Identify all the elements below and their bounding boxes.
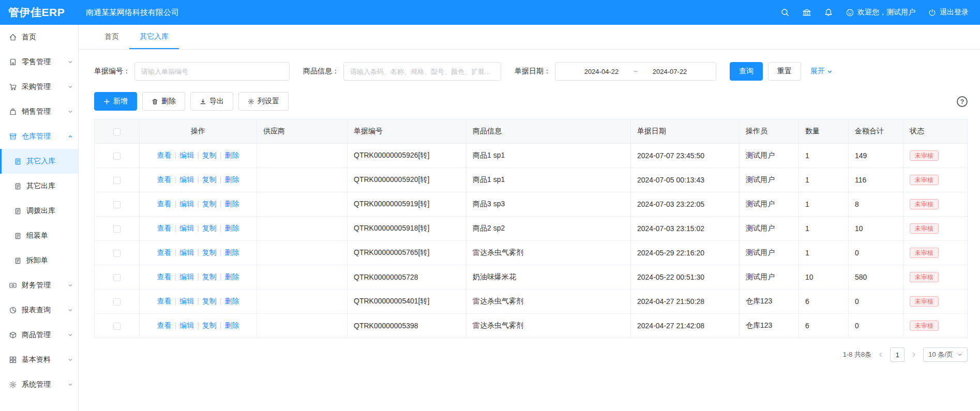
- logout-button[interactable]: 退出登录: [928, 8, 969, 17]
- welcome-user[interactable]: 欢迎您，测试用户: [846, 8, 915, 17]
- date-to-input[interactable]: [641, 68, 699, 75]
- tab-other-inbound[interactable]: 其它入库: [129, 25, 179, 49]
- sidebar-subitem-assembly[interactable]: 组装单: [0, 223, 78, 248]
- bill-no-cell: QTRK00000005398: [348, 314, 466, 338]
- date-cell: 2024-07-03 23:22:05: [631, 192, 740, 217]
- link-separator: |: [175, 272, 177, 281]
- chevron-down-icon: [957, 352, 962, 357]
- edit-link[interactable]: 编辑: [179, 200, 194, 208]
- bank-icon[interactable]: [802, 8, 811, 17]
- row-checkbox[interactable]: [113, 274, 120, 281]
- view-link[interactable]: 查看: [157, 224, 172, 232]
- delete-link[interactable]: 删除: [224, 151, 239, 159]
- row-checkbox[interactable]: [113, 323, 120, 330]
- view-link[interactable]: 查看: [157, 175, 172, 184]
- col-qty: 数量: [799, 119, 849, 144]
- sidebar-item-reports[interactable]: 报表查询: [0, 298, 78, 323]
- copy-link[interactable]: 复制: [202, 248, 217, 256]
- qty-cell: 1: [799, 168, 849, 192]
- copy-link[interactable]: 复制: [202, 321, 217, 329]
- row-checkbox[interactable]: [113, 153, 120, 160]
- qty-cell: 6: [799, 290, 849, 314]
- link-separator: |: [220, 321, 222, 329]
- page-size-value: 10 条/页: [928, 350, 953, 359]
- sidebar-item-system[interactable]: 系统管理: [0, 372, 78, 397]
- view-link[interactable]: 查看: [157, 321, 172, 329]
- help-icon[interactable]: ?: [957, 96, 968, 107]
- date-from-input[interactable]: [572, 68, 630, 75]
- expand-link[interactable]: 展开: [810, 67, 833, 76]
- sidebar-subitem-label: 其它入库: [26, 157, 55, 166]
- supplier-cell: [257, 217, 348, 241]
- copy-link[interactable]: 复制: [202, 151, 217, 159]
- select-all-checkbox[interactable]: [113, 128, 120, 135]
- export-button[interactable]: 导出: [190, 92, 233, 111]
- edit-link[interactable]: 编辑: [179, 175, 194, 184]
- edit-link[interactable]: 编辑: [179, 151, 194, 159]
- reset-button[interactable]: 重置: [768, 62, 801, 81]
- copy-link[interactable]: 复制: [202, 200, 217, 208]
- row-actions-cell: 查看|编辑|复制|删除: [140, 265, 257, 290]
- search-button[interactable]: 查询: [730, 62, 763, 81]
- delete-link[interactable]: 删除: [224, 321, 239, 329]
- delete-link[interactable]: 删除: [224, 248, 239, 256]
- view-link[interactable]: 查看: [157, 200, 172, 208]
- view-link[interactable]: 查看: [157, 151, 172, 159]
- money-icon: [9, 281, 17, 290]
- next-page-button[interactable]: [911, 352, 917, 358]
- link-separator: |: [175, 248, 177, 256]
- row-checkbox[interactable]: [113, 201, 120, 208]
- delete-button[interactable]: 删除: [142, 92, 185, 111]
- row-checkbox[interactable]: [113, 225, 120, 233]
- bill-no-cell: QTRK00000005919[转]: [348, 192, 466, 217]
- sidebar: 首页 零售管理 采购管理 销售管理 仓库管理 其它入库 其它出库: [0, 25, 79, 411]
- sidebar-item-home[interactable]: 首页: [0, 25, 78, 50]
- sidebar-item-warehouse[interactable]: 仓库管理: [0, 124, 78, 149]
- product-info-input[interactable]: [343, 62, 501, 81]
- view-link[interactable]: 查看: [157, 297, 172, 305]
- edit-link[interactable]: 编辑: [179, 297, 194, 305]
- sidebar-item-finance[interactable]: 财务管理: [0, 273, 78, 298]
- status-badge: 未审核: [910, 199, 939, 209]
- sidebar-item-base-data[interactable]: 基本资料: [0, 347, 78, 372]
- sidebar-item-purchase[interactable]: 采购管理: [0, 74, 78, 99]
- bill-no-cell: QTRK00000005728: [348, 265, 466, 290]
- page-number-button[interactable]: 1: [890, 347, 904, 362]
- sidebar-subitem-disassembly[interactable]: 拆卸单: [0, 248, 78, 273]
- delete-link[interactable]: 删除: [224, 272, 239, 281]
- bell-icon[interactable]: [824, 8, 833, 17]
- sidebar-item-products[interactable]: 商品管理: [0, 323, 78, 347]
- view-link[interactable]: 查看: [157, 272, 172, 281]
- view-link[interactable]: 查看: [157, 248, 172, 256]
- delete-link[interactable]: 删除: [224, 224, 239, 232]
- copy-link[interactable]: 复制: [202, 297, 217, 305]
- edit-link[interactable]: 编辑: [179, 272, 194, 281]
- prev-page-button[interactable]: [878, 352, 884, 358]
- sidebar-subitem-other-outbound[interactable]: 其它出库: [0, 174, 78, 199]
- row-checkbox[interactable]: [113, 177, 120, 184]
- delete-link[interactable]: 删除: [224, 175, 239, 184]
- search-icon[interactable]: [780, 8, 790, 17]
- row-checkbox[interactable]: [113, 298, 120, 306]
- add-button[interactable]: 新增: [94, 92, 137, 111]
- column-settings-button[interactable]: 列设置: [238, 92, 289, 111]
- delete-link[interactable]: 删除: [224, 200, 239, 208]
- status-badge: 未审核: [910, 272, 939, 282]
- edit-link[interactable]: 编辑: [179, 321, 194, 329]
- sidebar-subitem-transfer-outbound[interactable]: 调拨出库: [0, 199, 78, 223]
- edit-link[interactable]: 编辑: [179, 224, 194, 232]
- sidebar-item-sales[interactable]: 销售管理: [0, 99, 78, 124]
- delete-link[interactable]: 删除: [224, 297, 239, 305]
- sidebar-item-retail[interactable]: 零售管理: [0, 50, 78, 74]
- date-range-picker[interactable]: ~: [555, 62, 716, 81]
- row-checkbox[interactable]: [113, 250, 120, 257]
- tab-home[interactable]: 首页: [94, 25, 129, 49]
- sidebar-subitem-other-inbound[interactable]: 其它入库: [0, 149, 78, 174]
- copy-link[interactable]: 复制: [202, 272, 217, 281]
- edit-link[interactable]: 编辑: [179, 248, 194, 256]
- copy-link[interactable]: 复制: [202, 224, 217, 232]
- bill-no-input[interactable]: [134, 62, 290, 81]
- page-size-select[interactable]: 10 条/页: [923, 347, 968, 362]
- copy-link[interactable]: 复制: [202, 175, 217, 184]
- operator-cell: 测试用户: [740, 168, 799, 192]
